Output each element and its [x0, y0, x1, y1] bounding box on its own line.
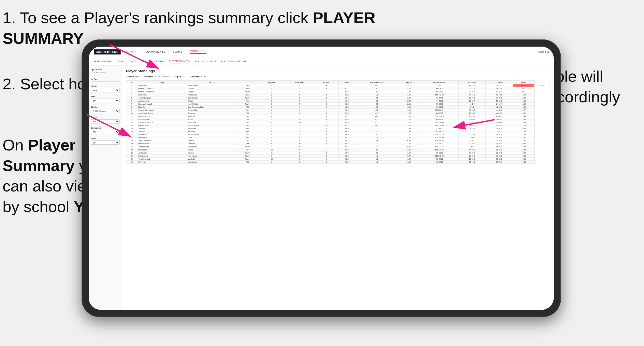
update-time: 27/03/2024 16:56:26 [91, 72, 120, 73]
filter-row: Gender: Men Division: NCAA Division I Re… [126, 76, 550, 78]
sidebar-region-section: Region N/A All [91, 116, 120, 124]
col-player: Player [137, 81, 187, 84]
filter-region-value: All [183, 76, 185, 78]
table-row: 5Christo LamprechtGeorgia TechFourth2212… [126, 96, 550, 100]
table-row: 20Matthew RiedelVanderbiltFifth529068.5-… [126, 142, 550, 145]
tablet-frame: SCOREBOARD Powered by dippd TOURNAMENTS … [82, 39, 561, 317]
table-row: 21Taehoon SongWashingtonFourth423169.1-1… [126, 145, 550, 148]
col-yr: Yr [237, 81, 258, 84]
table-header-row: # Player School Yr Reg Rank Conf Rank No… [126, 81, 550, 84]
filter-division-value: NCAA Division I [154, 76, 169, 78]
table-row: 22Ian GilliganFloridaThird1024168.7-0.81… [126, 148, 550, 151]
col-vs-top50: Vs Top 50 [486, 81, 513, 84]
table-row: 9Preston SummerhaysArizona StateThird324… [126, 109, 550, 112]
table-row: 6Jackson KoivunAuburnFirst127167.3-2.02.… [126, 100, 550, 103]
filter-gender-value: Men [135, 76, 139, 78]
subnav-player-h2h-grid[interactable]: PLAYER H2H GRID [195, 60, 216, 63]
logo-sub: Powered by dippd [122, 51, 136, 53]
gender-label: Gender [91, 85, 120, 87]
col-no-rds: No. Rds. [314, 81, 338, 84]
table-row: 23Jack LundinMissouriFourth1124068.6-2.3… [126, 151, 550, 155]
sidebar-gender-section: Gender Men [91, 85, 120, 92]
table-row: 8Mats EgeEast Tennessee StateFifth124268… [126, 106, 550, 109]
table-row: 4Luke ClatonFlorida StateSecond127268.2-… [126, 93, 550, 96]
filter-conference: Conference: All [190, 76, 206, 78]
col-reg-rank: Reg Rank [258, 81, 285, 84]
subnav-team-h2h-grid[interactable]: TEAM H2H GRID [118, 60, 136, 63]
table-row: 13Phichaksn MaichonTexas A&MThird630169.… [126, 121, 550, 124]
col-points: Points [513, 81, 534, 84]
panel-title: Player Standings [126, 69, 550, 73]
division-select[interactable]: NCAA Division I [91, 109, 120, 113]
table-row: 25Cole SherwoodVanderbiltFourth1223069.3… [126, 158, 550, 161]
tablet-body: SCOREBOARD Powered by dippd TOURNAMENTS … [82, 39, 561, 317]
player-summary-bold: PlayerSummary [3, 136, 75, 174]
table-row: 3Michael ThorbjornsenStanfordFourth28168… [126, 90, 550, 93]
sidebar-year-section: Year (All) First Second Third Fourth Fif… [91, 95, 120, 103]
col-overall: Overall Record [420, 81, 458, 84]
nav-committee[interactable]: COMMITTEE [190, 50, 207, 54]
logo-text: SCOREBOARD [96, 50, 119, 53]
col-vs-top25: Vs Top 25 [458, 81, 486, 84]
table-row: 16Alex GoffKentuckyFifth819068.3-1.71.92… [126, 130, 550, 133]
sidebar: Update time: 27/03/2024 16:56:26 No Rds.… [89, 65, 122, 310]
col-adj-score: Adj. Score to Par [355, 81, 398, 84]
division-label: Division [91, 106, 120, 108]
table-row: 26Petr HrubyWashingtonFifth725068.6-1.61… [126, 161, 550, 164]
region-label: Region [91, 116, 120, 119]
table-row: 2Michael Le SasseeOle MissSecond118067.1… [126, 87, 550, 90]
col-conf-rank: Conf Rank [285, 81, 314, 84]
filter-division: Division: NCAA Division I [144, 76, 169, 78]
main-content: Update time: 27/03/2024 16:56:26 No Rds.… [89, 65, 554, 310]
year-select[interactable]: (All) First Second Third Fourth Fifth [91, 99, 120, 103]
sidebar-no-rds-section: No Rds. [91, 78, 120, 82]
conference-select[interactable]: (All) [91, 130, 120, 134]
top-nav: SCOREBOARD Powered by dippd TOURNAMENTS … [89, 47, 554, 57]
sidebar-conference-section: Conference (All) [91, 127, 120, 134]
table-row: 14Maxwell FordNorth CarolinaThird322069.… [126, 124, 550, 127]
sidebar-update-section: Update time: 27/03/2024 16:56:26 [91, 68, 120, 75]
subnav-team-h2h-heatmap[interactable]: TEAM H2H HEATMAP [141, 60, 164, 63]
col-avg-sg: Avg SG [398, 81, 420, 84]
nav-right: | Sign out [538, 50, 549, 53]
table-row: 18Luke PowellUCLAFirst424069.1-1.81.1350… [126, 136, 550, 139]
gender-select[interactable]: Men [91, 88, 120, 92]
subnav-team-summary[interactable]: TEAM SUMMARY [94, 60, 112, 63]
table-row: 7Nicholas GabrelcikNorth FloridaFourth12… [126, 103, 550, 106]
table-row: 10Jacob Skov OlesenArkansasFifth123068.4… [126, 112, 550, 115]
table-row: 1Wenyi DingArizona StateFirst1115167.1-3… [126, 84, 550, 87]
nav-teams[interactable]: TEAMS [173, 50, 182, 53]
col-wins: Wins [339, 81, 355, 84]
logo-area: SCOREBOARD Powered by dippd [94, 49, 137, 54]
nav-tournaments[interactable]: TOURNAMENTS [144, 50, 165, 53]
table-row: 15Jake HallTennesseeFifth718068.5-1.51.6… [126, 127, 550, 130]
no-rds-slider[interactable] [91, 81, 120, 82]
content-panel: Player Standings Gender: Men Division: N… [122, 65, 554, 310]
nav-signout[interactable]: | Sign out [538, 50, 549, 53]
logo-box: SCOREBOARD [94, 49, 121, 54]
sub-nav: TEAM SUMMARY TEAM H2H GRID TEAM H2H HEAT… [89, 57, 554, 65]
table-row: 12Brendan ValdesAuburnFifth537068.4-1.11… [126, 118, 550, 121]
player-label: Player [91, 137, 120, 140]
sidebar-division-section: Division NCAA Division I [91, 106, 120, 113]
conference-label: Conference [91, 127, 120, 129]
update-label: Update time: [91, 68, 120, 71]
table-row: 17David FordNorth CarolinaThird421069.0-… [126, 133, 550, 136]
subnav-player-summary[interactable]: PLAYER SUMMARY [169, 59, 190, 63]
standings-table: # Player School Yr Reg Rank Conf Rank No… [126, 80, 550, 164]
table-row: 24Bastien AmatNew MexicoFourth127269.4-1… [126, 155, 550, 158]
region-select[interactable]: N/A All [91, 119, 120, 124]
player-select[interactable]: (All) [91, 140, 120, 145]
col-rank: # [126, 81, 137, 84]
tablet-screen: SCOREBOARD Powered by dippd TOURNAMENTS … [89, 47, 554, 310]
col-school: School [187, 81, 237, 84]
filter-region-label: Region: [174, 76, 182, 78]
filter-division-label: Division: [144, 76, 153, 78]
subnav-player-h2h-heatmap[interactable]: PLAYER H2H HEATMAP [221, 60, 247, 63]
table-row: 11Gordon SargentVanderbiltThird421068.7-… [126, 115, 550, 118]
filter-region: Region: All [174, 76, 185, 78]
year-label: Year [91, 95, 120, 98]
table-row: 19Tiger ChristensenArizonaThird523269.2-… [126, 139, 550, 142]
filter-gender-label: Gender: [126, 76, 134, 78]
filter-conference-value: All [204, 76, 206, 78]
